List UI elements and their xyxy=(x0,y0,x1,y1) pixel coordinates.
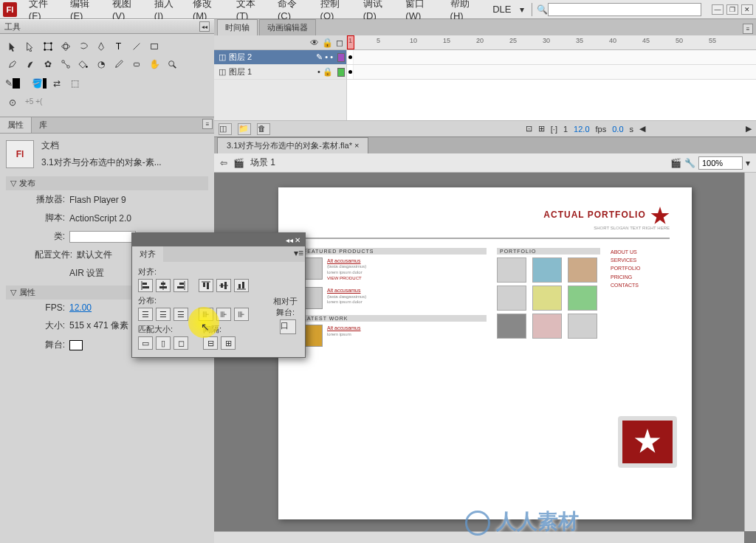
fps-display[interactable]: 12.0 xyxy=(574,125,589,134)
rectangle-tool[interactable] xyxy=(146,38,162,55)
new-layer-button[interactable]: ◫ xyxy=(219,123,232,135)
pen-tool[interactable] xyxy=(93,38,109,55)
deco-tool[interactable]: ✿ xyxy=(40,56,56,72)
menu-dle[interactable]: DLE xyxy=(487,1,517,17)
panel-collapse-icon[interactable]: ◂◂ xyxy=(199,21,210,32)
tab-properties[interactable]: 属性 xyxy=(0,117,32,133)
align-bottom-icon[interactable] xyxy=(234,279,249,292)
space-vertical-icon[interactable]: ⊟ xyxy=(203,336,218,350)
fill-color[interactable]: 🪣 xyxy=(31,75,47,91)
layer-row-1[interactable]: ◫ 图层 1 • 🔒 xyxy=(214,65,346,80)
tools-panel-header: 工具 ◂◂ xyxy=(0,19,214,34)
svg-point-1 xyxy=(44,42,46,44)
scene-name[interactable]: 场景 1 xyxy=(250,156,275,169)
subselection-tool[interactable] xyxy=(22,38,38,55)
svg-point-3 xyxy=(44,49,46,51)
search-icon: 🔍 xyxy=(537,4,548,15)
publish-section-head[interactable]: ▽ 发布 xyxy=(6,176,208,190)
panel-close-icon[interactable]: ✕ xyxy=(295,236,300,244)
svg-point-4 xyxy=(50,49,52,51)
to-stage-button[interactable]: 口 xyxy=(280,319,296,334)
edit-scene-icon[interactable]: 🎬 xyxy=(670,158,681,168)
stage-area[interactable]: ACTUAL PORTFOLIO SHORT SLOGAN TEXT RIGHT… xyxy=(214,173,756,543)
panel-collapse-icon[interactable]: ◂◂ xyxy=(286,236,293,244)
match-height-icon[interactable]: ▯ xyxy=(156,336,171,350)
brush-tool[interactable] xyxy=(22,56,38,72)
distribute-top-icon[interactable]: ☰ xyxy=(138,308,153,321)
distribute-right-icon[interactable]: ⊪ xyxy=(234,308,249,321)
tab-motion-editor[interactable]: 动画编辑器 xyxy=(259,19,316,35)
3d-rotation-tool[interactable] xyxy=(58,38,74,55)
document-tab[interactable]: 3.1对齐与分布选中的对象-素材.fla* × xyxy=(217,137,368,153)
panel-menu-icon[interactable]: ▾≡ xyxy=(294,248,303,258)
distribute-vcenter-icon[interactable]: ☰ xyxy=(156,308,171,321)
fps-value[interactable]: 12.00 xyxy=(69,302,92,313)
line-tool[interactable] xyxy=(128,38,145,55)
snap-icon[interactable]: ⊙ xyxy=(4,94,21,111)
bone-tool[interactable] xyxy=(58,56,74,72)
panel-menu-icon[interactable]: ≡ xyxy=(202,119,213,129)
svg-point-2 xyxy=(50,42,52,44)
svg-rect-9 xyxy=(151,44,158,49)
edit-symbol-icon[interactable]: 🔧 xyxy=(684,158,695,168)
ink-bottle-tool[interactable]: ◔ xyxy=(93,56,109,72)
distribute-hcenter-icon[interactable]: ⊪ xyxy=(216,308,231,321)
svg-rect-14 xyxy=(134,63,140,66)
delete-layer-button[interactable]: 🗑 xyxy=(257,123,270,135)
match-both-icon[interactable]: ◻ xyxy=(173,336,188,350)
align-right-icon[interactable] xyxy=(173,279,188,292)
visibility-icon[interactable]: 👁 xyxy=(310,38,319,48)
align-vcenter-icon[interactable] xyxy=(216,279,231,292)
tab-timeline[interactable]: 时间轴 xyxy=(217,19,258,35)
lock-icon[interactable]: 🔒 xyxy=(322,38,333,48)
align-top-icon[interactable] xyxy=(199,279,213,292)
free-transform-tool[interactable] xyxy=(40,38,56,55)
doc-type-label: 文档 xyxy=(41,139,162,152)
window-minimize[interactable]: — xyxy=(712,4,724,15)
playhead[interactable] xyxy=(347,35,354,49)
outline-icon[interactable]: ◻ xyxy=(336,38,343,48)
lasso-tool[interactable] xyxy=(75,38,92,55)
portfolio-title: ACTUAL PORTFOLIO xyxy=(543,210,645,220)
distribute-bottom-icon[interactable]: ☰ xyxy=(173,308,188,321)
zoom-input[interactable] xyxy=(698,156,743,170)
layer-row-2[interactable]: ◫ 图层 2 ✎ • • xyxy=(214,50,346,65)
onion-outline-icon[interactable]: ⊞ xyxy=(538,124,545,134)
svg-rect-27 xyxy=(203,283,205,287)
match-width-icon[interactable]: ▭ xyxy=(138,336,153,350)
timeline-menu-icon[interactable]: ≡ xyxy=(743,24,753,34)
pencil-tool[interactable] xyxy=(4,56,21,72)
frame-ruler[interactable]: 1 5 10 15 20 25 30 35 40 45 50 55 xyxy=(347,35,756,50)
window-restore[interactable]: ❐ xyxy=(726,4,738,15)
zoom-tool[interactable] xyxy=(164,56,180,72)
window-close[interactable]: ✕ xyxy=(741,4,753,15)
eyedropper-tool[interactable] xyxy=(111,56,127,72)
align-tab[interactable]: 对齐 xyxy=(132,246,163,262)
vertical-scrollbar[interactable] xyxy=(744,173,756,531)
back-icon[interactable]: ⇦ xyxy=(220,158,227,168)
align-left-icon[interactable] xyxy=(138,279,153,292)
doc-name: 3.1对齐与分布选中的对象-素... xyxy=(41,156,162,169)
swap-colors-icon[interactable]: ⇄ xyxy=(49,75,65,91)
search-input[interactable] xyxy=(548,3,701,16)
air-settings[interactable]: AIR 设置 xyxy=(69,267,104,280)
class-input[interactable] xyxy=(69,231,136,243)
paint-bucket-tool[interactable] xyxy=(75,56,92,72)
tab-library[interactable]: 库 xyxy=(32,117,55,133)
zoom-dropdown-icon[interactable]: ▾ xyxy=(746,158,750,168)
stroke-color[interactable]: ✎ xyxy=(4,75,21,91)
no-color-icon[interactable]: ⬚ xyxy=(66,75,83,91)
eraser-tool[interactable] xyxy=(128,56,145,72)
hand-tool[interactable]: ✋ xyxy=(146,56,162,72)
new-folder-button[interactable]: 📁 xyxy=(238,123,251,135)
align-panel-titlebar[interactable]: ◂◂ ✕ xyxy=(132,233,305,246)
space-horizontal-icon[interactable]: ⊞ xyxy=(221,336,236,350)
text-tool[interactable]: T xyxy=(111,38,127,55)
selection-tool[interactable] xyxy=(4,38,21,55)
distribute-left-icon[interactable]: ⊪ xyxy=(199,308,213,321)
svg-rect-34 xyxy=(242,282,244,288)
onion-skin-icon[interactable]: ⊡ xyxy=(526,124,532,134)
align-hcenter-icon[interactable] xyxy=(156,279,171,292)
stage-color-swatch[interactable] xyxy=(69,340,83,350)
stage-canvas[interactable]: ACTUAL PORTFOLIO SHORT SLOGAN TEXT RIGHT… xyxy=(278,187,692,519)
